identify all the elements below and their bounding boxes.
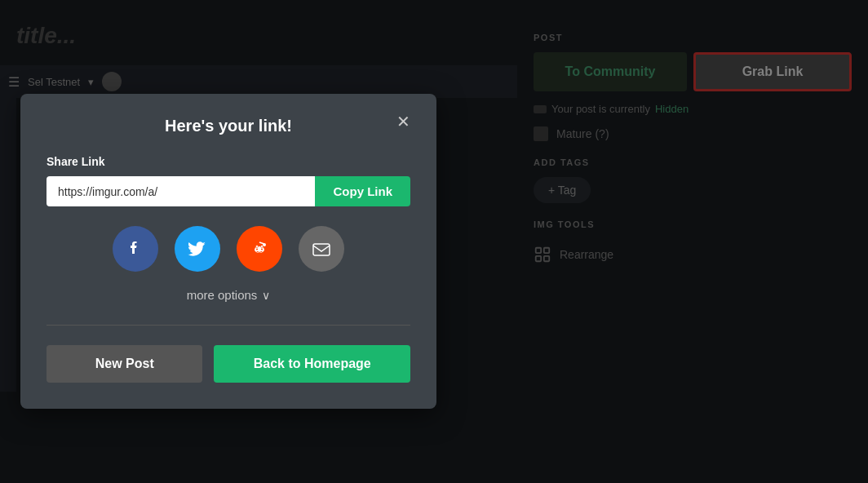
- reddit-icon: [248, 237, 271, 260]
- modal-header: Here's your link! ✕: [46, 117, 410, 135]
- social-icons-row: [46, 226, 410, 272]
- svg-point-12: [256, 246, 259, 248]
- email-share-button[interactable]: [299, 226, 344, 272]
- facebook-share-button[interactable]: [113, 226, 158, 272]
- modal-close-button[interactable]: ✕: [396, 113, 410, 130]
- more-options-label: more options: [187, 288, 258, 302]
- svg-point-13: [261, 246, 264, 248]
- back-homepage-button[interactable]: Back to Homepage: [214, 345, 410, 383]
- chevron-down-icon: ∨: [262, 289, 270, 302]
- share-link-row: Copy Link: [46, 176, 410, 206]
- email-icon: [310, 237, 333, 260]
- new-post-button[interactable]: New Post: [46, 345, 202, 383]
- svg-point-8: [256, 249, 258, 250]
- copy-link-button[interactable]: Copy Link: [315, 176, 410, 206]
- twitter-icon: [186, 237, 209, 260]
- facebook-icon: [124, 237, 147, 260]
- modal-title: Here's your link!: [165, 117, 292, 135]
- share-link-input[interactable]: [46, 176, 315, 206]
- twitter-share-button[interactable]: [175, 226, 220, 272]
- more-options-row[interactable]: more options ∨: [46, 288, 410, 302]
- share-link-modal: Here's your link! ✕ Share Link Copy Link: [20, 94, 436, 409]
- svg-rect-14: [313, 244, 330, 255]
- svg-point-9: [261, 249, 263, 250]
- reddit-share-button[interactable]: [237, 226, 282, 272]
- modal-footer: New Post Back to Homepage: [46, 325, 410, 383]
- share-link-label: Share Link: [46, 155, 410, 168]
